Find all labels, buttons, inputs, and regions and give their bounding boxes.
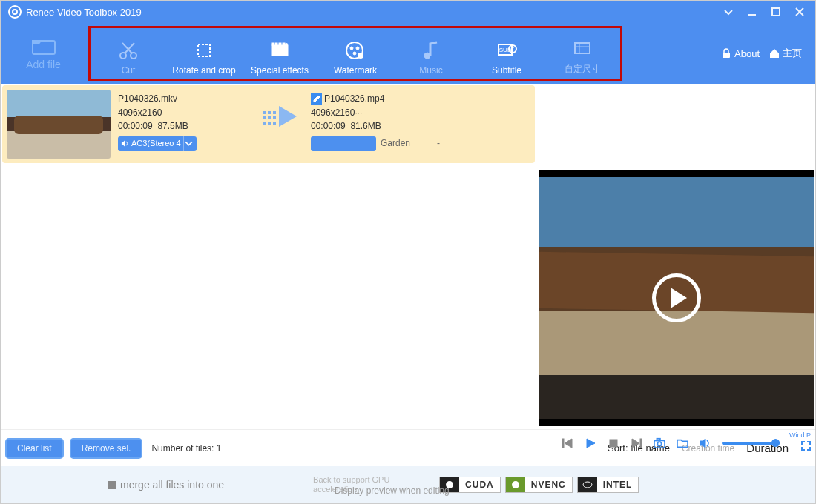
subtitle-icon: SUBT bbox=[496, 40, 517, 61]
audio-codec-chip[interactable]: AC3(Stereo 4 bbox=[118, 136, 197, 151]
about-link[interactable]: About bbox=[720, 47, 760, 59]
prev-button[interactable] bbox=[561, 437, 574, 450]
sysmenu-icon[interactable] bbox=[720, 4, 737, 20]
merge-checkbox[interactable]: merge all files into one bbox=[108, 479, 224, 491]
svg-rect-9 bbox=[198, 44, 210, 56]
checkbox-icon bbox=[108, 481, 116, 489]
arrow-icon bbox=[263, 106, 301, 127]
dst-resolution: 4096x2160··· bbox=[311, 106, 535, 120]
intel-icon bbox=[582, 480, 593, 490]
clear-list-button[interactable]: Clear list bbox=[5, 438, 64, 459]
crop-icon bbox=[194, 40, 214, 61]
svg-point-20 bbox=[358, 53, 363, 59]
speaker-icon bbox=[121, 139, 129, 147]
svg-rect-26 bbox=[575, 43, 590, 53]
nvidia-icon bbox=[510, 480, 521, 490]
svg-rect-12 bbox=[275, 43, 277, 45]
volume-slider[interactable] bbox=[722, 442, 780, 445]
svg-rect-35 bbox=[657, 438, 659, 440]
output-panel: merge all files into one Back to support… bbox=[1, 466, 815, 504]
svg-line-8 bbox=[122, 43, 132, 53]
lock-icon bbox=[720, 47, 732, 59]
display-preview-checkbox[interactable]: Display preview when editing bbox=[335, 485, 450, 496]
svg-rect-29 bbox=[723, 53, 730, 58]
svg-point-19 bbox=[353, 52, 356, 55]
player-controls: Wind P bbox=[561, 432, 811, 454]
svg-point-18 bbox=[356, 47, 359, 50]
maximize-button[interactable] bbox=[768, 4, 784, 20]
intel-badge: INTEL bbox=[577, 477, 639, 493]
add-file-button[interactable]: Add file bbox=[1, 36, 86, 70]
minimize-button[interactable] bbox=[744, 4, 760, 20]
file-count-label: Number of files: 1 bbox=[151, 443, 221, 454]
src-duration: 00:00:09 bbox=[118, 121, 153, 131]
customsize-icon bbox=[572, 38, 593, 59]
svg-line-7 bbox=[125, 43, 134, 53]
volume-icon[interactable] bbox=[699, 437, 712, 450]
svg-text:T: T bbox=[511, 47, 515, 52]
home-icon bbox=[769, 47, 780, 59]
dst-filename: P1040326.mp4 bbox=[324, 92, 384, 106]
tool-custom-size[interactable]: 自定尺寸 bbox=[544, 31, 620, 76]
svg-point-37 bbox=[512, 481, 519, 488]
music-icon bbox=[421, 40, 441, 61]
svg-point-15 bbox=[285, 43, 288, 46]
app-logo-icon bbox=[8, 5, 22, 19]
snapshot-button[interactable] bbox=[653, 437, 666, 450]
garden-text: Garden bbox=[381, 136, 410, 150]
tool-music[interactable]: Music bbox=[393, 31, 469, 76]
scissors-icon bbox=[118, 40, 139, 61]
source-thumbnail bbox=[7, 90, 111, 159]
app-title: Renee Video Toolbox 2019 bbox=[26, 7, 713, 18]
dst-duration: 00:00:09 bbox=[311, 121, 346, 131]
svg-rect-14 bbox=[283, 43, 285, 45]
open-folder-button[interactable] bbox=[676, 437, 689, 450]
title-bar: Renee Video Toolbox 2019 bbox=[1, 1, 815, 23]
clip-chip[interactable] bbox=[311, 136, 376, 151]
next-button[interactable] bbox=[630, 437, 643, 450]
svg-point-17 bbox=[350, 47, 353, 50]
filmstrip-icon bbox=[269, 40, 290, 61]
nvenc-badge: NVENC bbox=[505, 477, 573, 493]
svg-point-34 bbox=[657, 442, 661, 445]
play-button[interactable] bbox=[584, 437, 597, 450]
svg-rect-10 bbox=[272, 45, 288, 56]
src-size: 87.5MB bbox=[157, 121, 188, 131]
dest-info: P1040326.mp4 4096x2160··· 00:00:09 81.6M… bbox=[308, 85, 535, 163]
tool-subtitle[interactable]: SUBTSubtitle bbox=[469, 31, 544, 76]
file-row[interactable]: P1040326.mkv 4096x2160 00:00:09 87.5MB A… bbox=[2, 85, 535, 163]
tool-rotate-crop[interactable]: Rotate and crop bbox=[166, 31, 242, 76]
svg-point-38 bbox=[583, 482, 592, 488]
source-info: P1040326.mkv 4096x2160 00:00:09 87.5MB A… bbox=[115, 85, 256, 163]
dash-text: - bbox=[437, 136, 440, 150]
fullscreen-button[interactable] bbox=[801, 440, 811, 454]
svg-rect-13 bbox=[279, 43, 281, 45]
svg-rect-31 bbox=[610, 440, 617, 447]
tool-watermark[interactable]: Watermark bbox=[317, 31, 393, 76]
src-filename: P1040326.mkv bbox=[118, 92, 256, 106]
toolbar-highlight-box: Cut Rotate and crop Special effects Wate… bbox=[88, 26, 622, 81]
stop-button[interactable] bbox=[607, 437, 620, 450]
volume-label: Wind P bbox=[789, 432, 811, 439]
preview-panel bbox=[539, 170, 814, 426]
preview-play-button[interactable] bbox=[652, 273, 701, 322]
src-resolution: 4096x2160 bbox=[118, 106, 256, 120]
tool-special-effects[interactable]: Special effects bbox=[242, 31, 317, 76]
tool-cut[interactable]: Cut bbox=[91, 31, 166, 76]
main-toolbar: Add file Cut Rotate and crop Special eff… bbox=[1, 23, 815, 84]
svg-rect-30 bbox=[562, 439, 564, 448]
chevron-down-icon[interactable] bbox=[183, 136, 194, 151]
svg-rect-1 bbox=[772, 8, 780, 16]
close-button[interactable] bbox=[792, 4, 808, 20]
watermark-icon bbox=[345, 40, 366, 61]
svg-rect-32 bbox=[640, 439, 642, 448]
remove-selected-button[interactable]: Remove sel. bbox=[70, 438, 143, 459]
svg-rect-11 bbox=[272, 43, 274, 45]
home-link[interactable]: 主页 bbox=[769, 47, 802, 60]
edit-icon[interactable] bbox=[311, 93, 322, 105]
dst-size: 81.6MB bbox=[350, 121, 381, 131]
add-file-icon bbox=[31, 36, 56, 56]
